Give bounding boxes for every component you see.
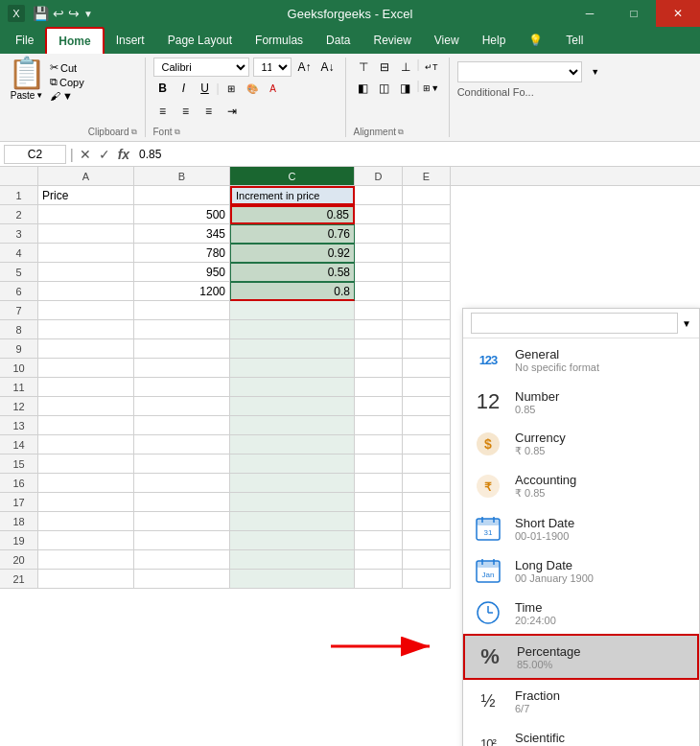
customize-icon[interactable]: ▼ [83,9,93,19]
insert-function-icon[interactable]: fx [116,147,131,162]
cell-b5[interactable]: 950 [134,263,230,282]
format-item-scientific[interactable]: 10² Scientific 8.50E-01 [463,722,699,746]
cell-d5[interactable] [355,263,403,282]
top-align-button[interactable]: ⊤ [354,58,373,77]
font-size-select[interactable]: 11 [253,58,292,77]
fill-color-button[interactable]: 🎨 [243,79,262,98]
cell-d2[interactable] [355,205,403,224]
expand-number-button[interactable]: ▼ [586,62,605,82]
row-header-3[interactable]: 3 [0,224,38,244]
cell-e4[interactable] [403,244,451,263]
cell-c1[interactable]: Increment in price [230,186,355,205]
cell-b3[interactable]: 345 [134,224,230,244]
row-header-11[interactable]: 11 [0,378,38,397]
border-button[interactable]: ⊞ [222,79,241,98]
clipboard-expand[interactable]: ⧉ [131,128,137,137]
format-painter-button[interactable]: 🖌 ▼ [50,90,84,102]
formula-input[interactable] [135,146,696,163]
tab-tell[interactable]: Tell [554,27,595,54]
row-header-8[interactable]: 8 [0,320,38,339]
cell-b6[interactable]: 1200 [134,282,230,301]
merge-button[interactable]: ⊞▼ [422,79,441,98]
row-header-4[interactable]: 4 [0,244,38,263]
cell-b1[interactable] [134,186,230,205]
confirm-formula-icon[interactable]: ✓ [97,147,112,162]
cell-d3[interactable] [355,224,403,244]
format-dropdown-arrow[interactable]: ▼ [678,318,691,329]
cancel-formula-icon[interactable]: ✕ [78,147,93,162]
font-color-button[interactable]: A [264,79,283,98]
format-item-longdate[interactable]: Jan Long Date 00 January 1900 [463,549,699,592]
save-icon[interactable]: 💾 [33,6,49,21]
conditional-formatting-icon[interactable]: Conditional Fo... [457,86,534,98]
cell-a5[interactable] [38,263,134,282]
align-center2-button[interactable]: ◫ [375,79,394,98]
tab-page-layout[interactable]: Page Layout [156,27,244,54]
align-left-button[interactable]: ≡ [153,102,173,121]
italic-button[interactable]: I [175,79,194,98]
align-center-button[interactable]: ≡ [176,102,196,121]
middle-align-button[interactable]: ⊟ [375,58,394,77]
cell-e2[interactable] [403,205,451,224]
minimize-button[interactable]: ─ [568,0,612,27]
col-header-c[interactable]: C [230,167,355,185]
alignment-expand[interactable]: ⧉ [398,128,404,137]
cell-e5[interactable] [403,263,451,282]
cell-a6[interactable] [38,282,134,301]
tab-help[interactable]: Help [471,27,518,54]
copy-button[interactable]: ⧉ Copy [50,76,84,88]
tab-formulas[interactable]: Formulas [244,27,315,54]
row-header-18[interactable]: 18 [0,512,38,531]
row-header-9[interactable]: 9 [0,339,38,359]
font-expand[interactable]: ⧉ [175,128,180,137]
bottom-align-button[interactable]: ⊥ [396,58,415,77]
col-header-e[interactable]: E [403,167,451,185]
maximize-button[interactable]: □ [612,0,656,27]
cell-a3[interactable] [38,224,134,244]
wrap-text-button[interactable]: ↵T [422,58,441,77]
format-item-general[interactable]: 123 General No specific format [463,338,699,381]
row-header-2[interactable]: 2 [0,205,38,224]
align-right-button[interactable]: ≡ [199,102,219,121]
cell-d1[interactable] [355,186,403,205]
undo-icon[interactable]: ↩ [53,6,64,21]
cut-button[interactable]: ✂ Cut [50,61,84,74]
tab-lightbulb[interactable]: 💡 [517,27,554,54]
row-header-17[interactable]: 17 [0,493,38,512]
format-item-time[interactable]: Time 20:24:00 [463,592,699,634]
font-family-select[interactable]: Calibri [153,58,249,77]
row-header-21[interactable]: 21 [0,570,38,589]
cell-a2[interactable] [38,205,134,224]
format-item-shortdate[interactable]: 31 Short Date 00-01-1900 [463,507,699,549]
format-item-currency[interactable]: $ Currency ₹ 0.85 [463,423,699,465]
format-item-fraction[interactable]: ½ Fraction 6/7 [463,680,699,722]
row-header-14[interactable]: 14 [0,435,38,455]
align-left2-button[interactable]: ◧ [354,79,373,98]
row-header-12[interactable]: 12 [0,397,38,416]
col-header-d[interactable]: D [355,167,403,185]
col-header-b[interactable]: B [134,167,230,185]
tab-data[interactable]: Data [315,27,362,54]
tab-file[interactable]: File [4,27,45,54]
redo-icon[interactable]: ↪ [68,6,80,21]
number-format-select[interactable] [457,61,582,82]
cell-e6[interactable] [403,282,451,301]
row-header-1[interactable]: 1 [0,186,38,205]
col-header-a[interactable]: A [38,167,134,185]
row-header-10[interactable]: 10 [0,359,38,378]
row-header-5[interactable]: 5 [0,263,38,282]
cell-c5[interactable]: 0.58 [230,263,355,282]
indent-button[interactable]: ⇥ [222,102,242,121]
format-item-number[interactable]: 12 Number 0.85 [463,381,699,423]
format-search-input[interactable] [471,313,678,334]
row-header-20[interactable]: 20 [0,550,38,570]
cell-c7[interactable] [230,301,355,320]
row-header-15[interactable]: 15 [0,455,38,474]
increase-font-button[interactable]: A↑ [295,58,315,77]
cell-reference[interactable] [4,145,66,164]
tab-review[interactable]: Review [362,27,422,54]
cell-e3[interactable] [403,224,451,244]
cell-b4[interactable]: 780 [134,244,230,263]
decrease-font-button[interactable]: A↓ [318,58,338,77]
cell-b7[interactable] [134,301,230,320]
